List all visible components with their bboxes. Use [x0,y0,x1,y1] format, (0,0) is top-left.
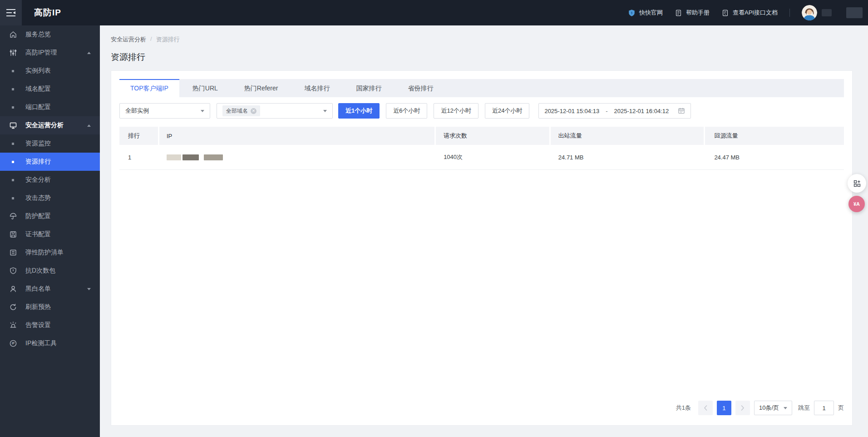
sidebar-item-label: 刷新预热 [25,303,51,311]
origin-traffic-cell: 24.47 MB [705,154,844,161]
tab-热门Referer[interactable]: 热门Referer [231,79,291,97]
domain-select[interactable]: 全部域名 ✕ [217,103,333,119]
prev-page-button[interactable] [698,401,713,415]
tab-TOP客户端IP[interactable]: TOP客户端IP [119,79,179,97]
shield-icon [9,267,17,275]
requests-cell: 1040次 [436,153,551,161]
home-icon [9,30,17,39]
bullet-icon [12,161,14,163]
sidebar-item-label: 黑白名单 [25,285,51,293]
sidebar-item-安全分析[interactable]: 安全分析 [0,171,100,189]
redacted-ip-block [204,154,223,160]
qr-widget-button[interactable] [848,174,866,193]
tab-label: 国家排行 [356,84,381,93]
page-number-button[interactable]: 1 [717,401,731,415]
tab-label: 域名排行 [304,84,330,93]
sidebar-item-攻击态势[interactable]: 攻击态势 [0,189,100,207]
domain-tag-label: 全部域名 [226,107,248,115]
time-button-近24个小时[interactable]: 近24个小时 [485,103,529,119]
breadcrumb: 安全运营分析 / 资源排行 [111,35,180,44]
header-link[interactable]: 查看API接口文档 [721,9,778,17]
sidebar-item-域名配置[interactable]: 域名配置 [0,80,100,98]
tag-close-icon[interactable]: ✕ [251,108,256,114]
breadcrumb-current: 资源排行 [156,35,180,44]
tab-域名排行[interactable]: 域名排行 [291,79,343,97]
sidebar-item-高防IP管理[interactable]: 高防IP管理 [0,44,100,62]
redacted-ip-block [167,154,181,160]
filter-bar: 全部实例 全部域名 ✕ 近1个小时 近6个小时 近12个小时 近24个小时 20… [119,103,691,119]
tab-bar: TOP客户端IP 热门URL 热门Referer 域名排行 国家排行 省份排行 [119,79,844,97]
sidebar-item-label: 资源监控 [25,139,51,148]
jump-to-input[interactable] [814,401,834,415]
bullet-icon [12,70,14,72]
sidebar-item-label: 弹性防护清单 [25,248,64,257]
refresh-icon [9,303,17,311]
time-button-近1个小时[interactable]: 近1个小时 [338,103,380,119]
redacted-ip-block [182,154,199,160]
breadcrumb-parent[interactable]: 安全运营分析 [111,35,146,44]
header-link[interactable]: 帮助手册 [675,9,710,17]
content-card: TOP客户端IP 热门URL 热门Referer 域名排行 国家排行 省份排行 … [111,70,853,426]
date-separator: - [606,108,607,114]
time-button-近6个小时[interactable]: 近6个小时 [386,103,427,119]
sidebar-item-实例列表[interactable]: 实例列表 [0,62,100,80]
chevron-down-icon [784,407,787,409]
total-count: 共1条 [676,404,691,412]
sidebar-item-弹性防护清单[interactable]: 弹性防护清单 [0,243,100,262]
tab-热门URL[interactable]: 热门URL [179,79,231,97]
sidebar-item-端口配置[interactable]: 端口配置 [0,98,100,116]
sidebar-item-服务总览[interactable]: 服务总览 [0,25,100,44]
instance-select[interactable]: 全部实例 [119,103,210,119]
qr-grid-icon [853,179,861,188]
translate-button[interactable]: ¥A [848,196,865,212]
sidebar-menu: 服务总览 高防IP管理 实例列表 域名配置 端口配置 安全运营分析 资源监控 [0,25,100,437]
sidebar-item-抗D次数包[interactable]: 抗D次数包 [0,262,100,280]
breadcrumb-separator: / [150,35,152,44]
tab-国家排行[interactable]: 国家排行 [343,79,395,97]
sidebar-item-label: IP检测工具 [25,339,57,348]
calendar-icon [678,107,685,114]
instance-select-value: 全部实例 [125,107,149,115]
sidebar-item-告警设置[interactable]: 告警设置 [0,316,100,334]
page-unit-label: 页 [838,404,844,412]
manual-icon [675,9,682,17]
page-size-select[interactable]: 10条/页 [754,401,792,415]
sidebar-item-label: 安全分析 [25,176,51,184]
next-page-button[interactable] [735,401,750,415]
sidebar-item-IP检测工具[interactable]: IP检测工具 [0,334,100,353]
ranking-table: 排行 IP 请求次数 出站流量 回源流量 1 1040次 24.71 MB 24… [119,127,844,170]
sidebar-item-资源监控[interactable]: 资源监控 [0,134,100,153]
sidebar-item-label: 资源排行 [25,158,51,166]
sidebar-item-label: 防护配置 [25,212,51,220]
date-range-picker[interactable]: 2025-12-01 15:04:13 - 2025-12-01 16:04:1… [538,103,691,119]
page-size-value: 10条/页 [759,404,779,412]
sidebar-item-资源排行[interactable]: 资源排行 [0,153,100,171]
chevron-icon [87,124,91,127]
header-link[interactable]: 快快官网 [628,9,663,17]
tab-label: TOP客户端IP [130,84,168,93]
bullet-icon [12,143,14,145]
chevron-down-icon [201,110,204,112]
sidebar-item-label: 实例列表 [25,67,51,75]
sidebar-item-安全运营分析[interactable]: 安全运营分析 [0,116,100,134]
table-row[interactable]: 1 1040次 24.71 MB 24.47 MB [119,145,844,170]
time-button-近12个小时[interactable]: 近12个小时 [434,103,478,119]
tab-省份排行[interactable]: 省份排行 [395,79,446,97]
hamburger-icon [6,9,15,16]
sidebar-collapse-button[interactable] [0,0,22,25]
sidebar-item-证书配置[interactable]: 证书配置 [0,225,100,243]
avatar[interactable] [802,5,817,20]
main-content: 安全运营分析 / 资源排行 资源排行 TOP客户端IP 热门URL 热门Refe… [100,25,868,437]
chevron-icon [87,288,91,290]
sidebar-item-黑白名单[interactable]: 黑白名单 [0,280,100,298]
sidebar-item-防护配置[interactable]: 防护配置 [0,207,100,225]
sidebar-item-label: 域名配置 [25,85,51,93]
sidebar-item-刷新预热[interactable]: 刷新预热 [0,298,100,316]
bullet-icon [12,179,14,181]
bullet-icon [12,106,14,109]
outbound-traffic-cell: 24.71 MB [551,154,705,161]
sliders-icon [9,49,17,57]
scrollbar-track[interactable] [865,25,868,437]
masked-account-block[interactable] [846,7,863,18]
jump-to-label: 跳至 [798,404,810,412]
